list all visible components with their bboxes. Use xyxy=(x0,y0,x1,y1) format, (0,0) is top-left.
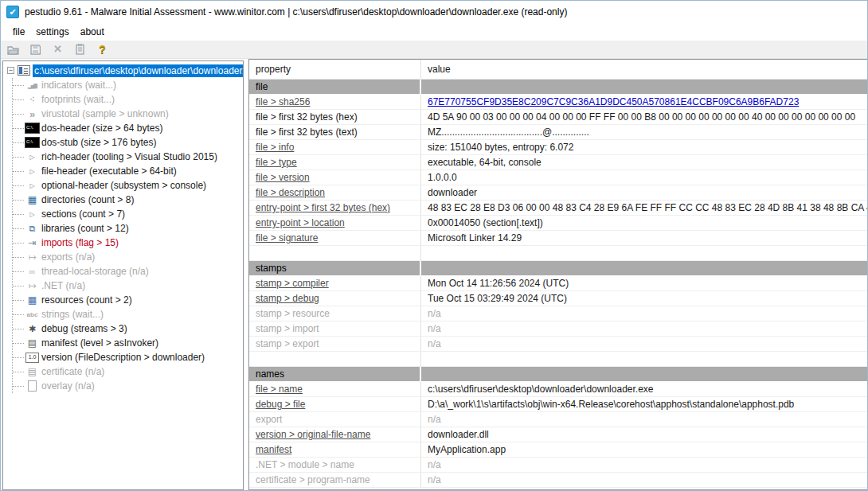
property-row[interactable]: stamp > resource n/a xyxy=(249,306,867,321)
value-cell: D:\a\_work\1\s\artifacts\obj\win-x64.Rel… xyxy=(421,397,867,411)
tree-item-indicators[interactable]: indicators (wait...) xyxy=(13,78,243,92)
tree-item-directories[interactable]: directories (count > 8) xyxy=(13,193,243,207)
value-cell: n/a xyxy=(421,412,867,427)
tree-item-version[interactable]: version (FileDescription > downloader) xyxy=(13,350,243,364)
certificate-icon xyxy=(25,366,40,377)
tree-item-strings[interactable]: strings (wait...) xyxy=(13,307,243,321)
save-icon[interactable] xyxy=(29,43,42,56)
value-cell: downloader.dll xyxy=(421,427,867,442)
chevron-right-icon xyxy=(25,151,40,162)
value-cell: executable, 64-bit, console xyxy=(421,155,867,170)
collapse-toggle-icon[interactable]: − xyxy=(7,67,14,74)
tree-item-debug[interactable]: debug (streams > 3) xyxy=(13,321,243,336)
menu-bar: file settings about xyxy=(1,22,867,41)
property-link[interactable]: stamp > debug xyxy=(256,293,319,304)
property-label: .NET > module > name xyxy=(249,458,421,472)
property-row[interactable]: file > type executable, 64-bit, console xyxy=(249,155,867,170)
tree-item-dos-stub[interactable]: dos-stub (size > 176 bytes) xyxy=(13,135,243,150)
tree-item-sections[interactable]: sections (count > 7) xyxy=(13,207,243,221)
tree-item-file-header[interactable]: file-header (executable > 64-bit) xyxy=(13,164,243,178)
copy-icon[interactable] xyxy=(73,43,87,56)
tree-item-thread-local-storage[interactable]: thread-local-storage (n/a) xyxy=(13,264,243,279)
chevron-right-icon xyxy=(25,208,40,220)
property-row[interactable]: certificate > program-name n/a xyxy=(249,473,867,488)
property-row[interactable]: debug > file D:\a\_work\1\s\artifacts\ob… xyxy=(249,397,867,412)
tree-item-rich-header[interactable]: rich-header (tooling > Visual Studio 201… xyxy=(13,150,243,164)
property-row[interactable]: file > first 32 bytes (text) MZ.........… xyxy=(249,125,867,140)
tree-item-resources[interactable]: resources (count > 2) xyxy=(13,293,243,307)
column-header-value[interactable]: value xyxy=(421,60,867,79)
value-cell: 48 83 EC 28 E8 D3 06 00 00 48 83 C4 28 E… xyxy=(421,201,867,215)
property-link[interactable]: file > sha256 xyxy=(256,96,310,107)
tree-item-footprints[interactable]: footprints (wait...) xyxy=(13,92,243,107)
toolbar: ✕ ? xyxy=(1,41,867,59)
property-row[interactable]: .NET > module > name n/a xyxy=(249,458,867,473)
dos-icon xyxy=(25,137,40,148)
property-label: file > first 32 bytes (text) xyxy=(249,125,421,139)
tree-item-overlay[interactable]: overlay (n/a) xyxy=(13,379,243,393)
pestudio-app-icon xyxy=(6,6,19,18)
spacer-row xyxy=(249,352,867,367)
tree-item-virustotal[interactable]: virustotal (sample > unknown) xyxy=(13,107,243,121)
tree-panel: − c:\users\dfiruser\desktop\downloader\d… xyxy=(2,60,244,490)
tree-item-dotnet[interactable]: .NET (n/a) xyxy=(13,279,243,293)
property-row[interactable]: file > first 32 bytes (hex) 4D 5A 90 00 … xyxy=(249,110,867,125)
tree-children: indicators (wait...) footprints (wait...… xyxy=(12,78,243,393)
property-link[interactable]: file > description xyxy=(256,187,325,198)
close-file-icon[interactable]: ✕ xyxy=(51,43,65,56)
menu-about[interactable]: about xyxy=(75,25,110,39)
property-link[interactable]: stamp > compiler xyxy=(256,278,329,289)
property-row[interactable]: file > version 1.0.0.0 xyxy=(249,170,867,185)
tree-item-manifest[interactable]: manifest (level > asInvoker) xyxy=(13,336,243,350)
tree-item-certificate[interactable]: certificate (n/a) xyxy=(13,364,243,379)
import-icon xyxy=(25,237,40,248)
property-link[interactable]: manifest xyxy=(256,444,291,455)
property-link[interactable]: entry-point > first 32 bytes (hex) xyxy=(256,202,390,213)
menu-file[interactable]: file xyxy=(7,25,30,39)
network-icon xyxy=(25,223,40,234)
tree-root-item[interactable]: − c:\users\dfiruser\desktop\downloader\d… xyxy=(3,63,243,78)
property-link[interactable]: file > name xyxy=(256,384,303,395)
property-row[interactable]: export n/a xyxy=(249,412,867,427)
bars-icon xyxy=(25,80,40,91)
tree-item-libraries[interactable]: libraries (count > 12) xyxy=(13,221,243,236)
property-row[interactable]: stamp > export n/a xyxy=(249,337,867,352)
help-icon[interactable]: ? xyxy=(96,43,109,56)
pestudio-window: pestudio 9.61 - Malware Initial Assessme… xyxy=(0,0,868,491)
property-link[interactable]: file > version xyxy=(256,172,310,183)
window-title: pestudio 9.61 - Malware Initial Assessme… xyxy=(25,6,567,18)
tree-item-exports[interactable]: exports (n/a) xyxy=(13,250,243,264)
property-row[interactable]: file > info size: 151040 bytes, entropy:… xyxy=(249,140,867,155)
property-row[interactable]: file > name c:\users\dfiruser\desktop\do… xyxy=(249,382,867,397)
property-link[interactable]: file > info xyxy=(256,142,294,153)
property-row[interactable]: stamp > import n/a xyxy=(249,321,867,337)
property-row[interactable]: stamp > compiler Mon Oct 14 11:26:56 202… xyxy=(249,276,867,291)
property-link[interactable]: file > type xyxy=(256,157,297,168)
value-cell: n/a xyxy=(421,321,867,336)
property-link[interactable]: debug > file xyxy=(256,399,305,410)
property-row[interactable]: version > original-file-name downloader.… xyxy=(249,427,867,442)
property-row[interactable]: entry-point > location 0x00014050 (secti… xyxy=(249,216,867,231)
section-header-file: file xyxy=(249,80,867,95)
property-row[interactable]: stamp > debug Tue Oct 15 03:29:49 2024 (… xyxy=(249,291,867,306)
column-header-property[interactable]: property xyxy=(249,60,421,79)
tree-item-imports[interactable]: imports (flag > 15) xyxy=(13,236,243,250)
property-row[interactable]: entry-point > first 32 bytes (hex) 48 83… xyxy=(249,201,867,216)
tree-item-optional-header[interactable]: optional-header (subsystem > console) xyxy=(13,178,243,193)
property-label: export xyxy=(249,412,421,427)
property-link[interactable]: version > original-file-name xyxy=(256,429,370,440)
property-link[interactable]: file > signature xyxy=(256,232,318,244)
tree-item-dos-header[interactable]: dos-header (size > 64 bytes) xyxy=(13,121,243,135)
menu-settings[interactable]: settings xyxy=(30,25,74,39)
property-row[interactable]: file > signature Microsoft Linker 14.29 xyxy=(249,231,867,246)
tree-root-label[interactable]: c:\users\dfiruser\desktop\downloader\dow… xyxy=(33,64,243,77)
page-icon xyxy=(25,380,40,392)
property-row[interactable]: file > description downloader xyxy=(249,185,867,201)
sha256-link[interactable]: 67E770755CF9D35E8C209C7C9C36A1D9DC450A57… xyxy=(428,96,799,107)
resources-icon xyxy=(25,294,40,306)
property-link[interactable]: entry-point > location xyxy=(256,217,345,228)
property-row[interactable]: manifest MyApplication.app xyxy=(249,442,867,458)
value-cell: n/a xyxy=(421,337,867,351)
property-row[interactable]: file > sha256 67E770755CF9D35E8C209C7C9C… xyxy=(249,95,867,110)
open-file-icon[interactable] xyxy=(6,43,20,56)
